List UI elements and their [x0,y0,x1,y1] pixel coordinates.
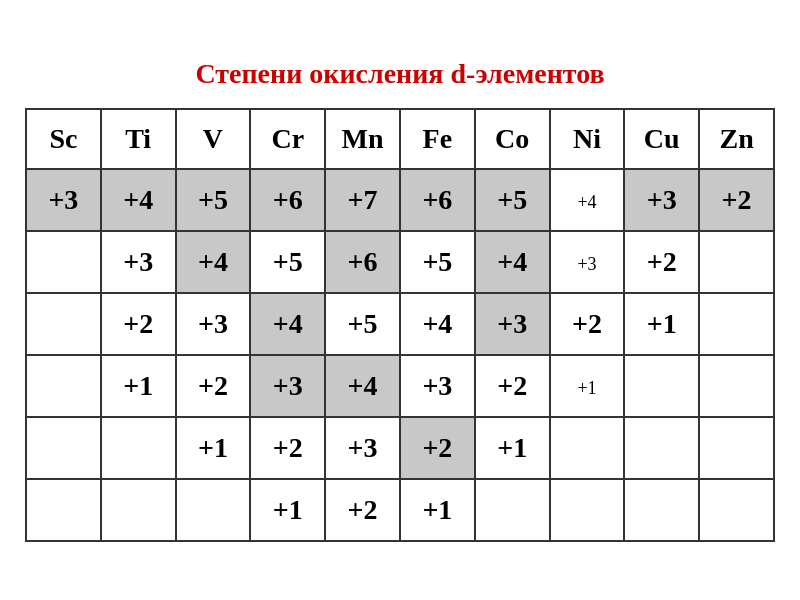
table-cell: +1 [101,355,176,417]
column-header-mn: Mn [325,109,400,169]
cell-value: +4 [198,246,228,277]
cell-value: +6 [348,246,378,277]
column-header-v: V [176,109,251,169]
cell-value: +6 [422,184,452,215]
table-cell: +7 [325,169,400,231]
table-cell: +4 [250,293,325,355]
table-cell: +2 [699,169,774,231]
table-cell: +4 [176,231,251,293]
cell-value: +1 [497,432,527,463]
table-cell: +6 [400,169,475,231]
cell-value: +7 [348,184,378,215]
cell-value: +4 [348,370,378,401]
table-row: +1+2+3+4+3+2+1 [26,355,774,417]
table-cell: +5 [176,169,251,231]
table-cell: +5 [325,293,400,355]
cell-value: +3 [348,432,378,463]
cell-value: +2 [198,370,228,401]
table-cell: +1 [250,479,325,541]
cell-value: +1 [123,370,153,401]
table-cell: +4 [550,169,625,231]
cell-value: +4 [497,246,527,277]
column-header-sc: Sc [26,109,101,169]
cell-value: +1 [647,308,677,339]
table-cell: +4 [400,293,475,355]
table-cell: +2 [550,293,625,355]
cell-value: +2 [123,308,153,339]
cell-value: +1 [273,494,303,525]
cell-value: +2 [348,494,378,525]
table-cell: +3 [176,293,251,355]
cell-value: +5 [273,246,303,277]
table-row: +1+2+1 [26,479,774,541]
cell-value: +3 [123,246,153,277]
cell-value: +5 [422,246,452,277]
table-cell [699,355,774,417]
table-cell: +2 [176,355,251,417]
table-cell: +2 [400,417,475,479]
table-cell [699,479,774,541]
table-cell [624,479,699,541]
cell-value: +2 [722,184,752,215]
cell-value: +4 [577,192,596,212]
cell-value: +2 [273,432,303,463]
table-cell: +3 [250,355,325,417]
table-cell [26,355,101,417]
column-header-fe: Fe [400,109,475,169]
cell-value: +6 [273,184,303,215]
cell-value: +4 [422,308,452,339]
table-cell: +3 [400,355,475,417]
table-cell [101,417,176,479]
table-cell: +5 [475,169,550,231]
table-cell: +3 [101,231,176,293]
table-row: +3+4+5+6+7+6+5+4+3+2 [26,169,774,231]
table-cell [26,293,101,355]
column-header-ti: Ti [101,109,176,169]
table-row: +3+4+5+6+5+4+3+2 [26,231,774,293]
table-row: +1+2+3+2+1 [26,417,774,479]
table-cell: +1 [176,417,251,479]
table-cell [550,479,625,541]
table-cell [699,417,774,479]
table-cell: +6 [325,231,400,293]
table-cell: +3 [26,169,101,231]
cell-value: +1 [198,432,228,463]
table-cell: +3 [624,169,699,231]
table-cell: +2 [475,355,550,417]
table-row: +2+3+4+5+4+3+2+1 [26,293,774,355]
table-cell: +1 [624,293,699,355]
table-cell: +2 [250,417,325,479]
cell-value: +2 [647,246,677,277]
cell-value: +5 [198,184,228,215]
table-cell [26,479,101,541]
table-cell: +5 [250,231,325,293]
column-header-zn: Zn [699,109,774,169]
table-cell [550,417,625,479]
column-header-cr: Cr [250,109,325,169]
table-cell: +4 [101,169,176,231]
cell-value: +2 [422,432,452,463]
cell-value: +3 [198,308,228,339]
table-cell [699,231,774,293]
table-cell [26,231,101,293]
column-header-co: Co [475,109,550,169]
cell-value: +5 [348,308,378,339]
cell-value: +4 [123,184,153,215]
cell-value: +1 [422,494,452,525]
table-cell: +3 [325,417,400,479]
cell-value: +3 [497,308,527,339]
table-cell: +4 [325,355,400,417]
table-cell: +4 [475,231,550,293]
table-cell [699,293,774,355]
cell-value: +3 [273,370,303,401]
table-cell: +1 [475,417,550,479]
table-cell [26,417,101,479]
table-cell: +2 [325,479,400,541]
table-cell [624,417,699,479]
table-cell [624,355,699,417]
table-cell: +6 [250,169,325,231]
table-cell: +3 [550,231,625,293]
table-cell [101,479,176,541]
table-cell [176,479,251,541]
cell-value: +3 [577,254,596,274]
